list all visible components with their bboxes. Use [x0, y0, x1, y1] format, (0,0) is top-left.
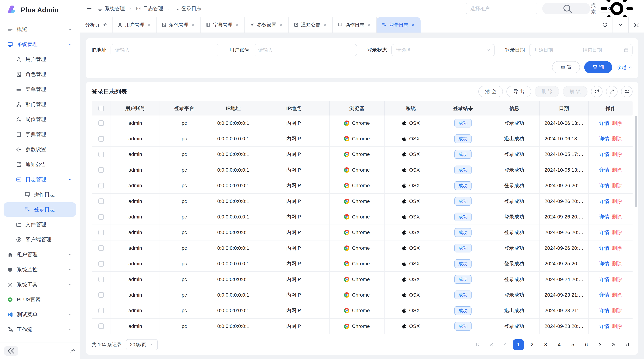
- row-checkbox[interactable]: [98, 277, 104, 282]
- tenant-select-input[interactable]: [466, 3, 537, 14]
- tab-menu-button[interactable]: [612, 17, 628, 32]
- page-4-button[interactable]: 4: [554, 339, 564, 350]
- clear-button[interactable]: 清 空: [478, 86, 503, 97]
- tab-操作日志[interactable]: 操作日志: [332, 17, 376, 32]
- row-checkbox[interactable]: [98, 261, 104, 267]
- page-first-button[interactable]: [472, 339, 483, 350]
- sidebar-item-文件管理[interactable]: 文件管理: [4, 217, 76, 232]
- sidebar-item-PLUS官网[interactable]: PLUS官网: [4, 293, 76, 307]
- page-1-button[interactable]: 1: [513, 339, 524, 350]
- row-checkbox[interactable]: [98, 183, 104, 188]
- page-last-button[interactable]: [622, 339, 632, 350]
- detail-link[interactable]: 详情: [599, 213, 609, 220]
- detail-link[interactable]: 详情: [599, 151, 609, 158]
- detail-link[interactable]: 详情: [599, 167, 609, 173]
- tab-参数设置[interactable]: 参数设置: [244, 17, 288, 32]
- tab-用户管理[interactable]: 用户管理: [112, 17, 156, 32]
- account-input[interactable]: [254, 44, 357, 56]
- sidebar-item-角色管理[interactable]: 角色管理: [4, 67, 76, 81]
- page-5-button[interactable]: 5: [568, 339, 578, 350]
- breadcrumb-item-系统管理[interactable]: 系统管理: [97, 5, 125, 12]
- detail-link[interactable]: 详情: [599, 260, 609, 267]
- delete-link[interactable]: 删除: [612, 276, 622, 283]
- page-prev2-button[interactable]: [486, 339, 496, 350]
- tab-close-button[interactable]: [367, 23, 371, 27]
- page-next-button[interactable]: [595, 339, 605, 350]
- table-refresh-button[interactable]: [591, 86, 602, 97]
- sidebar-item-系统工具[interactable]: 系统工具: [4, 278, 76, 292]
- delete-link[interactable]: 删除: [612, 213, 622, 220]
- row-checkbox[interactable]: [98, 120, 104, 126]
- ip-input[interactable]: [110, 44, 219, 56]
- date-range-picker[interactable]: 开始日期 结束日期: [529, 44, 632, 56]
- page-6-button[interactable]: 6: [581, 339, 592, 350]
- unlock-button[interactable]: 解 锁: [563, 86, 588, 97]
- detail-link[interactable]: 详情: [599, 229, 609, 236]
- sidebar-item-租户管理[interactable]: 租户管理: [4, 247, 76, 262]
- collapse-filters-link[interactable]: 收起: [616, 64, 632, 71]
- tab-close-button[interactable]: [147, 23, 151, 27]
- row-checkbox[interactable]: [98, 292, 104, 298]
- delete-link[interactable]: 删除: [612, 151, 622, 158]
- delete-link[interactable]: 删除: [612, 198, 622, 205]
- tab-close-button[interactable]: [323, 23, 327, 27]
- detail-link[interactable]: 详情: [599, 292, 609, 298]
- sidebar-item-菜单管理[interactable]: 菜单管理: [4, 82, 76, 96]
- menu-toggle-button[interactable]: [86, 5, 92, 12]
- sidebar-item-字典管理[interactable]: 字典管理: [4, 127, 76, 142]
- sidebar-item-岗位管理[interactable]: 岗位管理: [4, 112, 76, 127]
- tab-close-button[interactable]: [279, 23, 283, 27]
- tab-close-button[interactable]: [411, 23, 415, 27]
- sidebar-item-日志管理[interactable]: DEV日志管理: [4, 172, 76, 187]
- export-button[interactable]: 导 出: [506, 86, 531, 97]
- row-checkbox[interactable]: [98, 324, 104, 329]
- tab-角色管理[interactable]: 角色管理: [156, 17, 200, 32]
- row-checkbox[interactable]: [98, 152, 104, 157]
- delete-link[interactable]: 删除: [612, 229, 622, 236]
- table-fullscreen-button[interactable]: [606, 86, 618, 97]
- page-next2-button[interactable]: [608, 339, 619, 350]
- search-button[interactable]: 查 询: [584, 61, 612, 73]
- sidebar-item-参数设置[interactable]: 参数设置: [4, 142, 76, 157]
- sidebar-item-概览[interactable]: 概览: [4, 22, 76, 36]
- page-prev-button[interactable]: [500, 339, 510, 350]
- detail-link[interactable]: 详情: [599, 182, 609, 189]
- page-2-button[interactable]: 2: [527, 339, 538, 350]
- reset-button[interactable]: 重 置: [552, 61, 580, 73]
- sidebar-collapse-button[interactable]: [4, 346, 18, 356]
- delete-button[interactable]: 删 除: [535, 86, 560, 97]
- delete-link[interactable]: 删除: [612, 260, 622, 267]
- delete-link[interactable]: 删除: [612, 307, 622, 314]
- delete-link[interactable]: 删除: [612, 167, 622, 173]
- delete-link[interactable]: 删除: [612, 292, 622, 298]
- status-select[interactable]: 请选择: [392, 44, 495, 56]
- delete-link[interactable]: 删除: [612, 245, 622, 252]
- detail-link[interactable]: 详情: [599, 120, 609, 127]
- sidebar-item-测试菜单[interactable]: 测试菜单: [4, 308, 76, 322]
- detail-link[interactable]: 详情: [599, 307, 609, 314]
- detail-link[interactable]: 详情: [599, 276, 609, 283]
- sidebar-pin-button[interactable]: [70, 348, 76, 354]
- detail-link[interactable]: 详情: [599, 245, 609, 252]
- row-checkbox[interactable]: [98, 230, 104, 235]
- column-settings-button[interactable]: [621, 86, 632, 97]
- tab-分析页[interactable]: 分析页: [80, 17, 112, 32]
- sidebar-item-客户端管理[interactable]: 客户端管理: [4, 232, 76, 247]
- tab-close-button[interactable]: [191, 23, 195, 27]
- row-checkbox[interactable]: [98, 167, 104, 173]
- breadcrumb-item-登录日志[interactable]: 登录日志: [174, 5, 202, 12]
- row-checkbox[interactable]: [98, 308, 104, 314]
- tab-登录日志[interactable]: 登录日志: [376, 17, 420, 32]
- sidebar-item-系统管理[interactable]: 系统管理: [4, 37, 76, 51]
- row-checkbox[interactable]: [98, 214, 104, 220]
- delete-link[interactable]: 删除: [612, 323, 622, 330]
- sidebar-item-系统监控[interactable]: 系统监控: [4, 263, 76, 277]
- detail-link[interactable]: 详情: [599, 323, 609, 330]
- row-checkbox[interactable]: [98, 198, 104, 204]
- delete-link[interactable]: 删除: [612, 182, 622, 189]
- breadcrumb-item-日志管理[interactable]: DEV日志管理: [136, 5, 163, 12]
- page-3-button[interactable]: 3: [540, 339, 551, 350]
- delete-link[interactable]: 删除: [612, 120, 622, 127]
- delete-link[interactable]: 删除: [612, 135, 622, 142]
- tab-通知公告[interactable]: 通知公告: [288, 17, 332, 32]
